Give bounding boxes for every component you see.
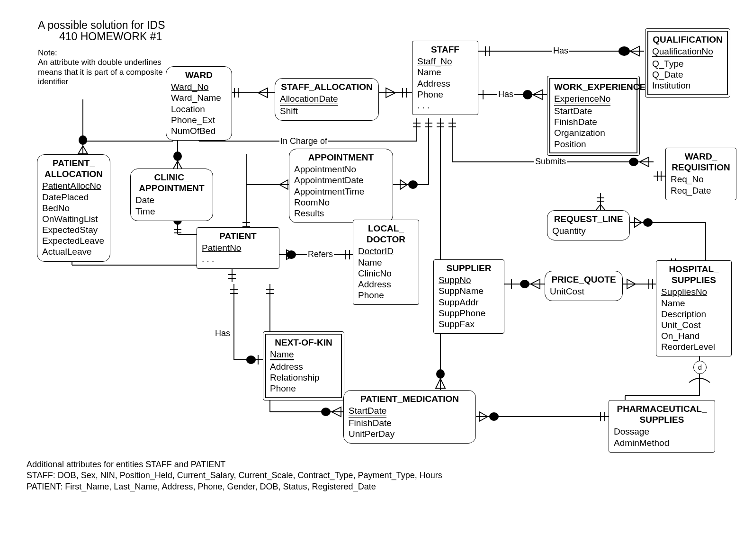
appointment-attr-2: AppointmentTime — [294, 186, 388, 197]
footer-line2: STAFF: DOB, Sex, NIN, Position_Held, Cur… — [27, 470, 442, 481]
pharmaceutical-supplies-attr-0: Dossage — [614, 426, 710, 437]
clinic-appointment-title: CLINIC_ APPOINTMENT — [135, 172, 208, 194]
staff-allocation-attr-0: AllocationDate — [280, 94, 338, 106]
patient-allocation-attr-1: DatePlaced — [42, 192, 105, 203]
qualification-attr-0: QualificationNo — [652, 47, 713, 58]
ward-attr-1: Ward_Name — [171, 92, 227, 103]
entity-hospital-supplies: HOSPITAL_ SUPPLIES SuppliesNo Name Descr… — [656, 260, 732, 356]
entity-patient-medication: PATIENT_MEDICATION StartDate FinishDate … — [343, 390, 476, 444]
patient-medication-title: PATIENT_MEDICATION — [349, 393, 471, 404]
entity-appointment: APPOINTMENT AppointmentNo AppointmentDat… — [289, 149, 393, 223]
work-experience-title: WORK_EXPERIENCE — [554, 81, 633, 92]
pharmaceutical-supplies-title: PHARMACEUTICAL_ SUPPLIES — [614, 403, 710, 425]
entity-staff-allocation: STAFF_ALLOCATION AllocationDate Shift — [275, 78, 379, 121]
svg-point-22 — [629, 158, 638, 166]
appointment-attr-3: RoomNo — [294, 197, 388, 208]
qualification-attr-1: Q_Type — [652, 58, 723, 69]
work-experience-attr-2: FinishDate — [554, 116, 633, 127]
local-doctor-title: LOCAL_ DOCTOR — [358, 223, 414, 245]
local-doctor-attr-3: Address — [358, 279, 414, 290]
next-of-kin-attr-0: Name — [270, 350, 294, 361]
patient-allocation-attr-2: BedNo — [42, 203, 105, 213]
footer-block: Additional attributes for entities STAFF… — [27, 459, 442, 492]
supplier-attr-3: SuppPhone — [439, 308, 499, 319]
rel-submits: Submits — [534, 157, 567, 167]
local-doctor-attr-0: DoctorID — [358, 246, 394, 256]
hospital-supplies-attr-4: On_Hand — [661, 330, 726, 341]
staff-allocation-attr-1: Shift — [280, 106, 374, 116]
ward-attr-2: Location — [171, 104, 227, 115]
next-of-kin-attr-3: Phone — [270, 383, 337, 394]
clinic-appointment-attr-1: Time — [135, 206, 208, 217]
footer-line1: Additional attributes for entities STAFF… — [27, 459, 442, 470]
hospital-supplies-attr-0: SuppliesNo — [661, 287, 707, 297]
rel-has-qualification: Has — [552, 46, 569, 56]
patient-attr-0: PatientNo — [202, 243, 241, 253]
entity-clinic-appointment: CLINIC_ APPOINTMENT Date Time — [130, 169, 213, 221]
entity-price-quote: PRICE_QUOTE UnitCost — [545, 271, 623, 301]
qualification-title: QUALIFICATION — [652, 34, 723, 45]
svg-point-17 — [408, 180, 418, 189]
hospital-supplies-attr-1: Name — [661, 298, 726, 309]
next-of-kin-attr-2: Relationship — [270, 372, 337, 383]
entity-ward-requisition: WARD_ REQUISITION Req_No Req_Date — [665, 148, 736, 200]
note-block: Note: An attribute with double underline… — [38, 48, 170, 87]
footer-line3: PATIENT: First_Name, Last_Name, Address,… — [27, 481, 442, 492]
er-diagram-canvas: A possible solution for IDS 410 HOMEWORK… — [0, 0, 753, 560]
ward-requisition-attr-0: Req_No — [671, 174, 704, 184]
svg-point-38 — [79, 135, 87, 145]
rel-has-next-of-kin: Has — [214, 329, 231, 338]
appointment-attr-1: AppointmentDate — [294, 175, 388, 186]
staff-attr-4: . . . — [417, 100, 473, 111]
ward-attr-0: Ward_No — [171, 82, 209, 92]
svg-point-66 — [246, 356, 256, 364]
entity-ward: WARD Ward_No Ward_Name Location Phone_Ex… — [166, 66, 232, 141]
svg-point-87 — [520, 280, 529, 288]
note-label: Note: — [38, 48, 170, 58]
appointment-title: APPOINTMENT — [294, 152, 388, 163]
work-experience-attr-1: StartDate — [554, 106, 633, 116]
next-of-kin-attr-1: Address — [270, 361, 337, 372]
local-doctor-attr-4: Phone — [358, 290, 414, 301]
pharmaceutical-supplies-attr-1: AdminMethod — [614, 437, 710, 448]
patient-allocation-attr-4: ExpectedStay — [42, 224, 105, 235]
appointment-attr-4: Results — [294, 208, 388, 219]
svg-point-32 — [436, 369, 445, 379]
work-experience-attr-3: Organization — [554, 127, 633, 138]
qualification-attr-3: Institution — [652, 80, 723, 91]
patient-allocation-attr-5: ExpectedLeave — [42, 235, 105, 246]
patient-allocation-attr-3: OnWaitingList — [42, 213, 105, 224]
ward-attr-3: Phone_Ext — [171, 115, 227, 125]
svg-point-9 — [619, 46, 630, 56]
supplier-title: SUPPLIER — [439, 263, 499, 274]
staff-attr-2: Address — [417, 78, 473, 89]
ward-requisition-attr-1: Req_Date — [671, 185, 731, 196]
request-line-attr-0: Quantity — [552, 225, 625, 236]
staff-attr-3: Phone — [417, 89, 473, 100]
rel-in-charge-of: In Charge of — [279, 136, 328, 146]
patient-title: PATIENT — [202, 231, 274, 241]
entity-supplier: SUPPLIER SuppNo SuppName SuppAddr SuppPh… — [433, 259, 504, 334]
patient-attr-1: . . . — [202, 253, 274, 264]
work-experience-attr-0: ExperienceNo — [554, 94, 610, 106]
supplier-attr-1: SuppName — [439, 285, 499, 296]
supplier-attr-0: SuppNo — [439, 275, 471, 285]
patient-allocation-attr-6: ActualLeave — [42, 246, 105, 257]
entity-patient-allocation: PATIENT_ ALLOCATION PatientAllocNo DateP… — [37, 154, 110, 262]
hospital-supplies-attr-3: Unit_Cost — [661, 320, 726, 330]
ward-requisition-title: WARD_ REQUISITION — [671, 151, 731, 173]
entity-local-doctor: LOCAL_ DOCTOR DoctorID Name ClinicNo Add… — [353, 220, 419, 305]
staff-title: STAFF — [417, 44, 473, 55]
qualification-attr-2: Q_Date — [652, 69, 723, 80]
entity-next-of-kin: NEXT-OF-KIN Name Address Relationship Ph… — [263, 331, 344, 400]
svg-point-80 — [643, 218, 653, 227]
patient-medication-attr-2: UnitPerDay — [349, 428, 471, 439]
svg-point-41 — [173, 151, 182, 161]
disjoint-circle: d — [693, 361, 707, 374]
entity-work-experience: WORK_EXPERIENCE ExperienceNo StartDate F… — [547, 76, 640, 156]
appointment-attr-0: AppointmentNo — [294, 164, 356, 174]
svg-point-72 — [321, 408, 331, 416]
request-line-title: REQUEST_LINE — [552, 213, 625, 224]
supplier-attr-2: SuppAddr — [439, 297, 499, 308]
page-title-line2: 410 HOMEWORK #1 — [59, 30, 162, 43]
